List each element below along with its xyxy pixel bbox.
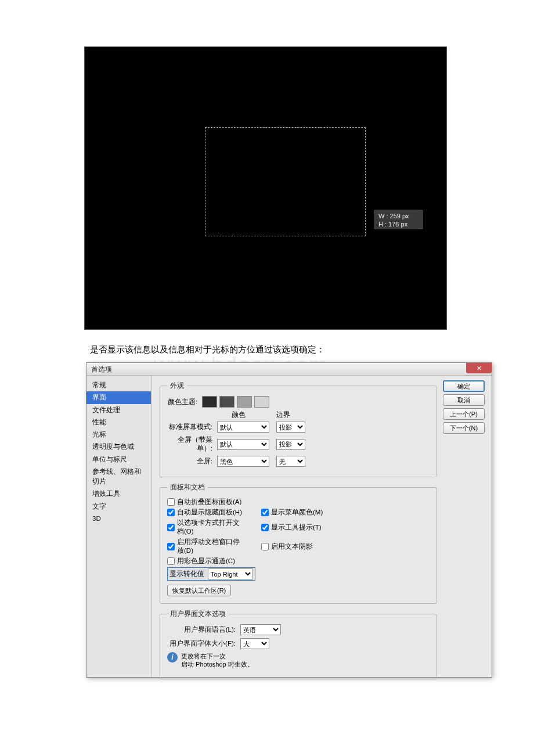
panels-group: 面板和文档 自动折叠图标面板(A) 自动显示隐藏面板(H) 显示菜单颜色(M) …	[160, 483, 437, 604]
row-label-standard: 标准屏幕模式:	[167, 423, 212, 431]
row-label-fullmenu: 全屏（带菜单）:	[167, 435, 212, 453]
chk-tabdocs[interactable]	[167, 524, 175, 531]
lang-label: 用户界面语言(L):	[167, 625, 236, 634]
panels-legend: 面板和文档	[167, 483, 208, 492]
fullscreen-border-select[interactable]: 无	[276, 456, 305, 467]
fullscreen-color-select[interactable]: 黑色	[217, 456, 269, 467]
standard-border-select[interactable]: 投影	[276, 422, 305, 433]
chk-textshadow-label: 启用文本阴影	[271, 542, 313, 551]
lang-select[interactable]: 英语	[240, 624, 281, 635]
chk-tabdocs-label: 以选项卡方式打开文档(O)	[177, 519, 246, 536]
row-label-fullscreen: 全屏:	[167, 457, 212, 466]
chk-autoshow[interactable]	[167, 509, 175, 516]
sidebar-item-guides[interactable]: 参考线、网格和切片	[86, 466, 151, 488]
height-readout: H : 176 px	[378, 220, 418, 228]
column-color: 颜色	[212, 411, 265, 419]
marquee-selection[interactable]	[205, 127, 366, 236]
sidebar-item-cursors[interactable]: 光标	[86, 429, 151, 441]
next-button[interactable]: 下一个(N)	[443, 422, 485, 434]
appearance-legend: 外观	[167, 381, 187, 390]
sidebar-item-general[interactable]: 常规	[86, 379, 151, 391]
font-select[interactable]: 大	[240, 638, 269, 649]
sidebar-item-performance[interactable]: 性能	[86, 416, 151, 429]
reset-workspace-button[interactable]: 恢复默认工作区(R)	[167, 585, 231, 596]
sidebar-item-units[interactable]: 单位与标尺	[86, 453, 151, 466]
textopts-legend: 用户界面文本选项	[167, 610, 229, 618]
size-tooltip: W : 259 px H : 176 px	[374, 210, 423, 229]
prev-button[interactable]: 上一个(P)	[443, 408, 485, 420]
chk-textshadow[interactable]	[261, 543, 269, 550]
font-label: 用户界面字体大小(F):	[167, 639, 236, 648]
chk-tooltips-label: 显示工具提示(T)	[271, 523, 322, 532]
theme-swatch-3[interactable]	[237, 396, 252, 408]
chk-autocollapse-label: 自动折叠图标面板(A)	[177, 498, 241, 506]
chk-colorchans[interactable]	[167, 557, 175, 565]
dialog-titlebar[interactable]: 首选项 ✕	[86, 363, 492, 376]
sidebar-item-3d[interactable]: 3D	[86, 513, 151, 525]
category-sidebar: 常规 界面 文件处理 性能 光标 透明度与色域 单位与标尺 参考线、网格和切片 …	[86, 376, 151, 677]
chk-tooltips[interactable]	[261, 524, 269, 531]
info-message: 更改将在下一次 启动 Photoshop 时生效。	[181, 652, 254, 669]
theme-label: 颜色主题:	[167, 398, 197, 406]
appearance-group: 外观 颜色主题: 颜色 边界 标准屏幕模式: 默认 投影	[160, 381, 437, 477]
sidebar-item-plugins[interactable]: 增效工具	[86, 488, 151, 500]
preferences-dialog: 首选项 ✕ 常规 界面 文件处理 性能 光标 透明度与色域 单位与标尺 参考线、…	[86, 362, 492, 678]
transform-label: 显示转化值	[169, 570, 204, 578]
width-readout: W : 259 px	[378, 212, 418, 220]
transform-select[interactable]: Top Right	[208, 568, 253, 579]
chk-floatdock[interactable]	[167, 543, 175, 550]
chk-colorchans-label: 用彩色显示通道(C)	[177, 557, 235, 566]
dialog-title-text: 首选项	[91, 365, 112, 373]
chk-floatdock-label: 启用浮动文档窗口停放(D)	[177, 538, 246, 555]
close-button[interactable]: ✕	[466, 363, 492, 373]
sidebar-item-filehandling[interactable]: 文件处理	[86, 404, 151, 416]
theme-swatch-1[interactable]	[202, 396, 217, 408]
fullmenu-color-select[interactable]: 默认	[217, 439, 269, 450]
sidebar-item-interface[interactable]: 界面	[86, 391, 151, 404]
textopts-group: 用户界面文本选项 用户界面语言(L): 英语 用户界面字体大小(F): 大 i …	[160, 610, 437, 679]
ok-button[interactable]: 确定	[443, 380, 485, 392]
theme-swatch-4[interactable]	[254, 396, 269, 408]
chk-autocollapse[interactable]	[167, 498, 175, 506]
canvas-area: W : 259 px H : 176 px	[84, 46, 447, 330]
theme-swatch-2[interactable]	[219, 396, 234, 408]
fullmenu-border-select[interactable]: 投影	[276, 439, 305, 450]
cancel-button[interactable]: 取消	[443, 394, 485, 406]
sidebar-item-type[interactable]: 文字	[86, 501, 151, 513]
chk-autoshow-label: 自动显示隐藏面板(H)	[177, 508, 242, 517]
chk-menucolor-label: 显示菜单颜色(M)	[271, 508, 323, 517]
standard-color-select[interactable]: 默认	[217, 422, 269, 433]
info-icon: i	[167, 652, 178, 663]
chk-menucolor[interactable]	[261, 509, 269, 516]
sidebar-item-transparency[interactable]: 透明度与色域	[86, 441, 151, 453]
column-border: 边界	[276, 411, 311, 419]
